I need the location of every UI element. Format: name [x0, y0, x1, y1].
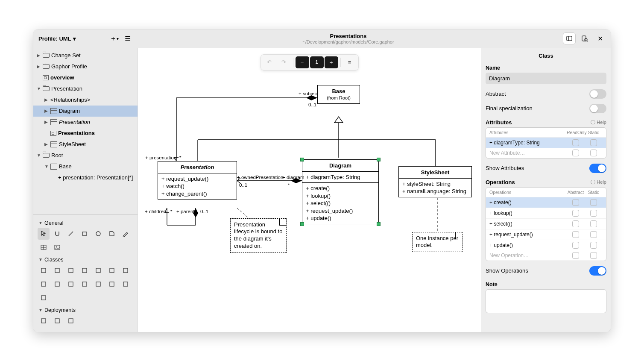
abstract-checkbox[interactable] — [572, 242, 579, 249]
hamburger-menu-button[interactable]: ☰ — [123, 33, 133, 44]
uml-note-one-instance[interactable]: One instance per model. — [412, 232, 463, 252]
close-button[interactable]: ✕ — [594, 32, 606, 44]
operation-row[interactable]: + select(() — [486, 219, 606, 229]
chevron-right-icon[interactable]: ▶ — [44, 109, 49, 113]
tool-note[interactable] — [106, 228, 118, 240]
chevron-right-icon[interactable]: ▶ — [37, 53, 41, 58]
redo-button[interactable]: ↷ — [277, 56, 291, 68]
abstract-checkbox[interactable] — [572, 210, 579, 217]
tree-item[interactable]: ▶StyleSheet — [33, 139, 138, 150]
tool-box[interactable] — [79, 228, 91, 240]
tree-item[interactable]: ▶Gaphor Profile — [33, 61, 138, 72]
final-specialization-toggle[interactable] — [589, 104, 606, 113]
tool-c15[interactable] — [38, 292, 50, 304]
new-operation-row[interactable]: New Operation… — [486, 250, 606, 261]
tree-item[interactable]: ▶+ presentation: Presentation[*] — [33, 172, 138, 183]
attributes-help-link[interactable]: ⓘ Help — [591, 119, 606, 126]
tool-c13[interactable] — [106, 278, 118, 290]
tool-c11[interactable] — [79, 278, 91, 290]
tree-item[interactable]: ▼Root — [33, 150, 138, 161]
static-checkbox[interactable] — [590, 220, 597, 227]
tool-d2[interactable] — [51, 315, 63, 327]
tool-c12[interactable] — [92, 278, 104, 290]
abstract-checkbox[interactable] — [572, 220, 579, 227]
chevron-down-icon[interactable]: ▼ — [37, 153, 41, 158]
attribute-row[interactable]: + diagramType: String — [486, 138, 606, 148]
uml-class-presentation[interactable]: Presentation + request_update() + watch(… — [158, 161, 237, 200]
zoom-out-button[interactable]: − — [296, 56, 309, 68]
panel-toggle-button[interactable] — [563, 32, 576, 44]
abstract-checkbox[interactable] — [572, 199, 579, 206]
resize-handle-sw[interactable] — [300, 222, 304, 226]
model-tree[interactable]: ▶Change Set▶Gaphor Profile▶overview▼Pres… — [33, 48, 138, 214]
tool-d3[interactable] — [65, 315, 77, 327]
resize-handle-ne[interactable] — [377, 158, 381, 161]
tree-item[interactable]: ▼Base — [33, 161, 138, 172]
abstract-checkbox[interactable] — [572, 231, 579, 238]
zoom-in-button[interactable]: ＋ — [325, 56, 338, 68]
uml-note-presentation-lifecycle[interactable]: Presentation lifecycle is bound to the d… — [230, 218, 287, 253]
zoom-reset-button[interactable]: 1 — [310, 56, 324, 68]
chevron-down-icon[interactable]: ▼ — [44, 164, 49, 169]
name-input[interactable]: Diagram — [486, 73, 606, 84]
tool-c04[interactable] — [79, 264, 91, 276]
static-checkbox[interactable] — [590, 242, 597, 249]
tree-item[interactable]: ▶Presentation — [33, 117, 138, 128]
tree-item[interactable]: ▶<Relationships> — [33, 94, 138, 106]
add-button[interactable]: ＋▾ — [109, 33, 119, 44]
uml-class-stylesheet[interactable]: StyleSheet + styleSheet: String + natura… — [398, 166, 472, 197]
align-button[interactable]: ≡ — [343, 56, 357, 68]
uml-class-diagram[interactable]: Diagram + diagramType: String + create()… — [302, 159, 379, 224]
chevron-right-icon[interactable]: ▶ — [44, 142, 49, 147]
uml-class-base[interactable]: Base(from Root) — [317, 85, 360, 104]
tool-c05[interactable] — [92, 264, 104, 276]
tool-c01[interactable] — [38, 264, 50, 276]
tool-c14[interactable] — [120, 278, 132, 290]
tool-c09[interactable] — [51, 278, 63, 290]
readonly-checkbox[interactable] — [572, 139, 579, 146]
static-checkbox[interactable] — [590, 199, 597, 206]
tool-image[interactable] — [51, 241, 63, 253]
chevron-down-icon[interactable]: ▼ — [37, 86, 41, 91]
chevron-right-icon[interactable]: ▶ — [44, 97, 49, 102]
static-checkbox[interactable] — [590, 139, 597, 146]
tool-pointer[interactable] — [38, 228, 50, 240]
tool-c06[interactable] — [106, 264, 118, 276]
tool-pencil[interactable] — [120, 228, 132, 240]
toolbox-section-header[interactable]: ▼Classes — [35, 254, 136, 264]
operation-row[interactable]: + create() — [486, 197, 606, 208]
tool-magnet[interactable] — [51, 228, 63, 240]
tool-circle[interactable] — [92, 228, 104, 240]
static-checkbox[interactable] — [590, 210, 597, 217]
checkbox[interactable] — [572, 150, 579, 156]
tool-c07[interactable] — [120, 264, 132, 276]
checkbox[interactable] — [590, 252, 597, 259]
chevron-right-icon[interactable]: ▶ — [37, 64, 41, 69]
tool-d1[interactable] — [38, 315, 50, 327]
operation-row[interactable]: + lookup() — [486, 208, 606, 219]
resize-handle-nw[interactable] — [300, 158, 304, 161]
checkbox[interactable] — [590, 150, 597, 156]
operations-help-link[interactable]: ⓘ Help — [591, 179, 606, 185]
operation-row[interactable]: + request_update() — [486, 229, 606, 240]
static-checkbox[interactable] — [590, 231, 597, 238]
operation-row[interactable]: + update() — [486, 240, 606, 250]
tool-c10[interactable] — [65, 278, 77, 290]
tool-c02[interactable] — [51, 264, 63, 276]
inspect-button[interactable] — [578, 32, 591, 44]
tool-c08[interactable] — [38, 278, 50, 290]
tree-item[interactable]: ▶overview — [33, 72, 138, 83]
toolbox-section-header[interactable]: ▼General — [35, 217, 136, 227]
checkbox[interactable] — [572, 252, 579, 259]
tree-item[interactable]: ▶Diagram — [33, 106, 138, 117]
chevron-right-icon[interactable]: ▶ — [44, 120, 49, 124]
tree-item[interactable]: ▶Presentations — [33, 128, 138, 139]
toolbox-section-header[interactable]: ▼Deployments — [35, 305, 136, 314]
tree-item[interactable]: ▼Presentation — [33, 83, 138, 94]
undo-button[interactable]: ↶ — [263, 56, 276, 68]
new-attribute-row[interactable]: New Attribute… — [486, 148, 606, 158]
abstract-toggle[interactable] — [589, 89, 606, 99]
diagram-canvas[interactable]: ↶ ↷ − 1 ＋ ≡ — [138, 48, 481, 332]
resize-handle-se[interactable] — [377, 222, 381, 226]
profile-dropdown[interactable]: Profile: UML ▾ — [38, 35, 76, 42]
